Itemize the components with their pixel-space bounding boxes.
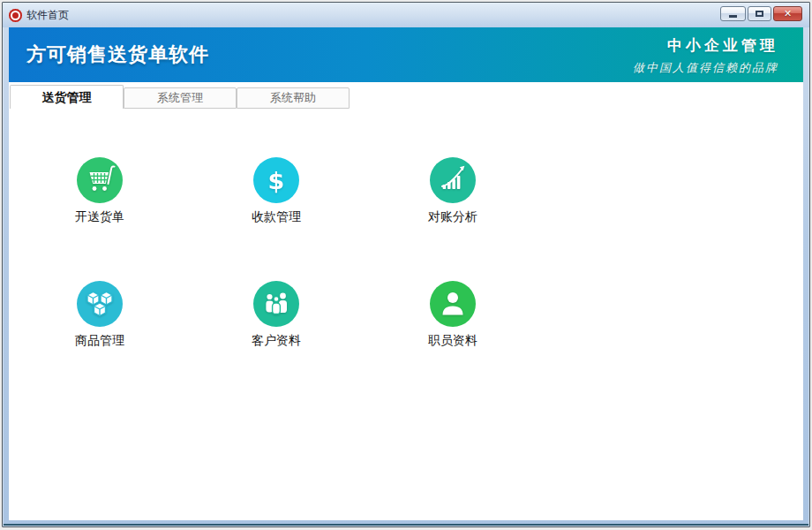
- window-bottom-edge: [4, 524, 808, 526]
- tab-system-management[interactable]: 系统管理: [124, 87, 237, 109]
- launcher-label: 对账分析: [428, 208, 477, 224]
- people-icon: [253, 281, 299, 327]
- banner-header: 方可销售送货单软件 中小企业管理 做中国人值得信赖的品牌: [9, 27, 803, 82]
- brand-title: 中小企业管理: [633, 35, 778, 56]
- launcher-label: 开送货单: [75, 208, 124, 224]
- close-icon: ✕: [784, 8, 792, 19]
- brand-block: 中小企业管理 做中国人值得信赖的品牌: [633, 35, 778, 76]
- maximize-button[interactable]: [748, 6, 771, 21]
- brand-slogan: 做中国人值得信赖的品牌: [633, 60, 778, 76]
- launcher-label: 客户资料: [252, 332, 301, 348]
- launcher-create-delivery-note[interactable]: 开送货单: [54, 157, 146, 224]
- close-button[interactable]: ✕: [773, 6, 802, 21]
- chart-icon: [430, 157, 476, 203]
- window-controls: ✕: [720, 6, 802, 21]
- tab-system-help[interactable]: 系统帮助: [237, 87, 350, 109]
- launcher-label: 收款管理: [252, 208, 301, 224]
- launcher-label: 职员资料: [428, 332, 477, 348]
- dollar-icon: $: [253, 157, 299, 203]
- app-window: 软件首页 ✕ 方可销售送货单软件 中小企业管理 做中国人值得信赖的品牌 送货管理…: [2, 2, 810, 527]
- maximize-icon: [756, 11, 763, 17]
- window-body: 方可销售送货单软件 中小企业管理 做中国人值得信赖的品牌 送货管理 系统管理 系…: [9, 27, 803, 520]
- launcher-product-management[interactable]: 商品管理: [54, 281, 146, 348]
- title-bar[interactable]: 软件首页 ✕: [3, 3, 809, 27]
- app-title: 方可销售送货单软件: [26, 42, 209, 68]
- launcher-employee-info[interactable]: 职员资料: [407, 281, 499, 348]
- person-icon: [430, 281, 476, 327]
- launcher-label: 商品管理: [75, 332, 124, 348]
- tab-strip: 送货管理 系统管理 系统帮助: [10, 85, 350, 109]
- app-logo-icon[interactable]: [9, 9, 22, 22]
- window-title: 软件首页: [26, 3, 69, 27]
- svg-text:$: $: [268, 167, 285, 194]
- launcher-payment-management[interactable]: $ 收款管理: [230, 157, 322, 224]
- cubes-icon: [77, 281, 123, 327]
- launcher-customer-info[interactable]: 客户资料: [230, 281, 322, 348]
- minimize-button[interactable]: [720, 6, 746, 21]
- launcher-reconciliation-analysis[interactable]: 对账分析: [407, 157, 499, 224]
- tab-delivery-management[interactable]: 送货管理: [10, 85, 124, 109]
- cart-icon: [77, 157, 123, 203]
- minimize-icon: [729, 15, 737, 18]
